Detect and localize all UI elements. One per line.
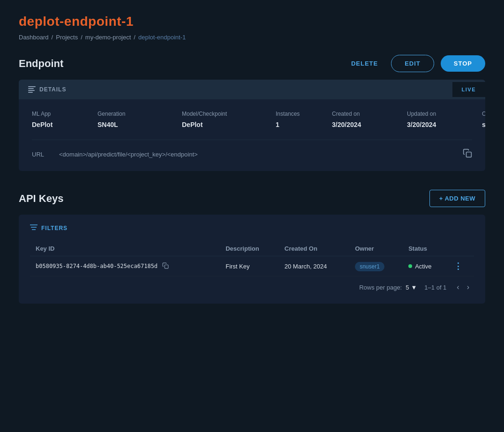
pagination-buttons: ‹ › xyxy=(454,282,472,292)
model-label: Model/Checkpoint xyxy=(182,111,276,117)
rows-per-page-value: 5 xyxy=(406,284,409,291)
prev-page-button[interactable]: ‹ xyxy=(454,282,462,292)
row-status: Active xyxy=(403,256,448,276)
stop-button[interactable]: STOP xyxy=(441,55,485,72)
next-page-button[interactable]: › xyxy=(464,282,472,292)
instances-label: Instances xyxy=(276,111,332,117)
details-tab[interactable]: DETAILS xyxy=(19,80,75,99)
status-label: Active xyxy=(415,263,431,270)
url-label: URL xyxy=(32,151,51,158)
endpoint-section-title: Endpoint xyxy=(19,58,63,70)
edit-button[interactable]: EDIT xyxy=(391,55,434,72)
api-keys-header: API Keys + ADD NEW xyxy=(19,190,485,207)
model-col: Model/Checkpoint DePlot xyxy=(182,111,276,128)
ml-app-value: DePlot xyxy=(32,121,98,128)
row-created-on: 20 March, 2024 xyxy=(279,256,349,276)
owner-value: snuser1 xyxy=(482,121,485,128)
breadcrumb-projects[interactable]: Projects xyxy=(56,34,78,41)
key-id-value: b0580935-8274-4d8b-ab40-525eca67185d xyxy=(36,263,158,269)
instances-value: 1 xyxy=(276,121,332,128)
col-status: Status xyxy=(403,241,448,256)
owner-label: Owner xyxy=(482,111,485,117)
breadcrumb-current: deplot-endpoint-1 xyxy=(138,34,186,41)
api-keys-title: API Keys xyxy=(19,193,63,205)
details-card: DETAILS LIVE ML App DePlot Generation SN… xyxy=(19,80,485,171)
endpoint-section-header: Endpoint DELETE EDIT STOP xyxy=(19,55,485,72)
col-key-id: Key ID xyxy=(30,241,220,256)
url-copy-icon[interactable] xyxy=(463,149,472,160)
delete-button[interactable]: DELETE xyxy=(345,56,384,71)
model-value: DePlot xyxy=(182,121,276,128)
filter-icon xyxy=(30,224,38,232)
rows-per-page-select[interactable]: 5 ▼ xyxy=(406,284,417,291)
status-dot xyxy=(408,264,412,268)
add-new-button[interactable]: + ADD NEW xyxy=(429,190,485,207)
api-keys-section: API Keys + ADD NEW FILTERS Key ID Descri… xyxy=(19,190,485,304)
col-description: Description xyxy=(220,241,279,256)
instances-col: Instances 1 xyxy=(276,111,332,128)
col-created-on: Created On xyxy=(279,241,349,256)
ml-app-label: ML App xyxy=(32,111,98,117)
page-title: deplot-endpoint-1 xyxy=(19,14,485,29)
breadcrumb-sep-3: / xyxy=(134,34,135,41)
row-description: First Key xyxy=(220,256,279,276)
generation-col: Generation SN40L xyxy=(98,111,182,128)
col-actions xyxy=(448,241,474,256)
row-more[interactable]: ⋮ xyxy=(448,256,474,276)
breadcrumb: Dashboard / Projects / my-demo-project /… xyxy=(19,34,485,41)
svg-rect-0 xyxy=(28,86,36,87)
created-on-value: 3/20/2024 xyxy=(332,121,407,128)
api-keys-card: FILTERS Key ID Description Created On Ow… xyxy=(19,215,485,304)
created-on-label: Created on xyxy=(332,111,407,117)
details-tab-bar: DETAILS LIVE xyxy=(19,80,485,99)
created-on-col: Created on 3/20/2024 xyxy=(332,111,407,128)
svg-rect-4 xyxy=(466,152,472,157)
more-options-icon[interactable]: ⋮ xyxy=(454,261,462,271)
url-row: URL <domain>/api/predict/file/<project_k… xyxy=(32,140,472,160)
svg-rect-2 xyxy=(28,90,35,91)
details-tab-icon xyxy=(28,86,36,93)
details-tab-label: DETAILS xyxy=(39,86,66,93)
generation-label: Generation xyxy=(98,111,182,117)
url-value: <domain>/api/predict/file/<project_key>/… xyxy=(59,151,198,158)
svg-rect-3 xyxy=(28,92,33,93)
table-footer: Rows per page: 5 ▼ 1–1 of 1 ‹ › xyxy=(30,276,474,294)
api-keys-table: Key ID Description Created On Owner Stat… xyxy=(30,241,474,276)
breadcrumb-dashboard[interactable]: Dashboard xyxy=(19,34,49,41)
row-key-id: b0580935-8274-4d8b-ab40-525eca67185d xyxy=(30,256,220,276)
rows-per-page: Rows per page: 5 ▼ xyxy=(359,284,417,291)
svg-rect-1 xyxy=(28,88,34,89)
endpoint-header-actions: DELETE EDIT STOP xyxy=(345,55,485,72)
details-grid: ML App DePlot Generation SN40L Model/Che… xyxy=(32,111,472,128)
updated-on-col: Updated on 3/20/2024 xyxy=(407,111,482,128)
url-content: URL <domain>/api/predict/file/<project_k… xyxy=(32,151,198,158)
pagination-info: 1–1 of 1 xyxy=(424,284,446,291)
key-id-copy-icon[interactable] xyxy=(162,262,169,270)
row-owner: snuser1 xyxy=(349,256,403,276)
live-badge: LIVE xyxy=(452,82,485,97)
col-owner: Owner xyxy=(349,241,403,256)
rows-per-page-label: Rows per page: xyxy=(359,284,402,291)
filters-label: FILTERS xyxy=(41,225,68,231)
updated-on-label: Updated on xyxy=(407,111,482,117)
filters-bar[interactable]: FILTERS xyxy=(30,224,474,232)
breadcrumb-sep-2: / xyxy=(81,34,83,41)
generation-value: SN40L xyxy=(98,121,182,128)
breadcrumb-demo-project[interactable]: my-demo-project xyxy=(85,34,131,41)
updated-on-value: 3/20/2024 xyxy=(407,121,482,128)
owner-col: Owner snuser1 xyxy=(482,111,485,128)
table-row: b0580935-8274-4d8b-ab40-525eca67185d Fir… xyxy=(30,256,474,276)
details-content: ML App DePlot Generation SN40L Model/Che… xyxy=(19,99,485,171)
owner-tag: snuser1 xyxy=(355,262,384,271)
ml-app-col: ML App DePlot xyxy=(32,111,98,128)
breadcrumb-sep-1: / xyxy=(52,34,53,41)
svg-rect-8 xyxy=(165,265,168,268)
chevron-down-icon: ▼ xyxy=(411,284,417,291)
